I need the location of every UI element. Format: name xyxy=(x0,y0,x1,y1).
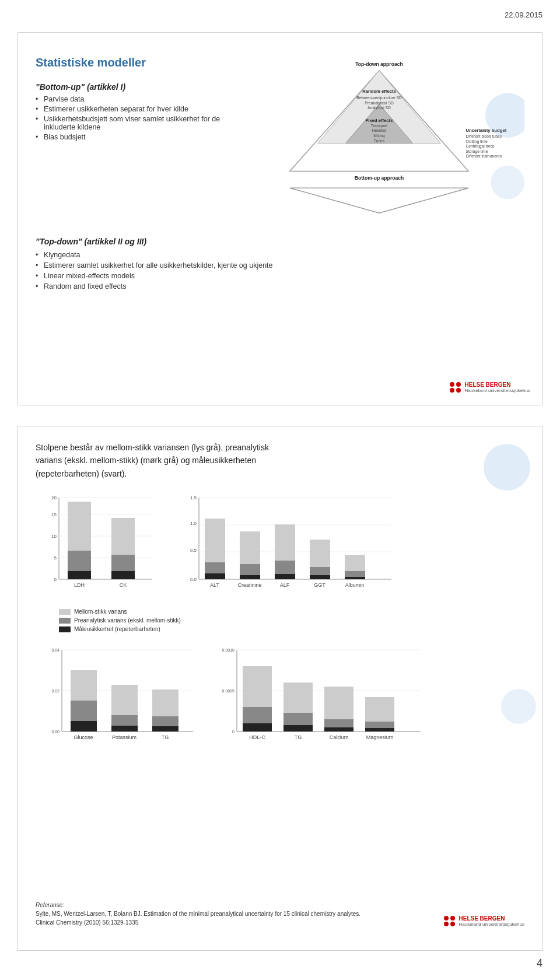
chart-legend: Mellom-stikk varians Preanalytisk varian… xyxy=(59,608,524,632)
svg-rect-64 xyxy=(275,524,295,561)
svg-text:Albumin: Albumin xyxy=(345,582,365,588)
charts-row-1: Variance 0 5 10 15 20 xyxy=(36,492,524,597)
page-number: 4 xyxy=(537,957,542,970)
svg-marker-20 xyxy=(290,188,468,213)
svg-text:Bottom-up approach: Bottom-up approach xyxy=(355,175,404,181)
svg-text:0.0: 0.0 xyxy=(190,577,197,582)
svg-rect-60 xyxy=(240,564,260,575)
svg-rect-36 xyxy=(68,571,91,579)
helse-bergen-logo-top: HELSE BERGEN Haukeland universitetssjuke… xyxy=(450,382,530,393)
svg-text:15: 15 xyxy=(51,512,57,517)
top-down-title: "Top-down" (artikkel II og III) xyxy=(36,237,524,246)
slide-title: Statistiske modeller xyxy=(36,56,222,69)
svg-rect-115 xyxy=(365,697,394,722)
svg-rect-105 xyxy=(243,707,272,723)
svg-rect-57 xyxy=(205,562,225,573)
chart-glucose-etc: Variance 0.00 0.02 0.04 xyxy=(36,644,199,749)
svg-text:Potassium: Potassium xyxy=(112,734,136,740)
svg-rect-112 xyxy=(324,687,354,719)
svg-rect-86 xyxy=(71,670,97,701)
svg-rect-92 xyxy=(152,690,178,716)
svg-text:0.04: 0.04 xyxy=(51,648,60,652)
svg-text:Transport: Transport xyxy=(371,124,388,128)
svg-text:CK: CK xyxy=(120,582,127,588)
helse-sub-bottom: Haukeland universitetssjukehus xyxy=(459,922,524,927)
svg-rect-107 xyxy=(284,725,313,732)
diagram-area: Top-down approach Random effects Between… xyxy=(234,56,524,219)
svg-text:Fixed effects: Fixed effects xyxy=(366,118,393,123)
svg-text:5: 5 xyxy=(54,555,57,561)
svg-text:TG: TG xyxy=(162,734,169,740)
bottom-slide-box: Stolpene består av mellom-stikk varianse… xyxy=(18,426,542,951)
svg-text:GGT: GGT xyxy=(314,582,326,588)
svg-rect-40 xyxy=(111,555,135,571)
svg-rect-59 xyxy=(240,575,260,579)
td-bullet-3: Linear mixed-effects models xyxy=(36,272,524,280)
td-bullet-1: Klyngedata xyxy=(36,251,524,259)
legend-light-label: Mellom-stikk varians xyxy=(74,608,127,615)
svg-rect-104 xyxy=(243,723,272,732)
svg-text:10: 10 xyxy=(51,534,57,539)
svg-text:Different instruments: Different instruments xyxy=(466,154,502,158)
helse-bergen-logo-bottom: HELSE BERGEN Haukeland universitetssjuke… xyxy=(444,915,524,927)
svg-text:TG: TG xyxy=(295,734,302,740)
svg-rect-58 xyxy=(205,519,225,562)
svg-rect-84 xyxy=(71,721,97,732)
legend-medium-label: Preanalytisk varians (ekskl. mellom-stik… xyxy=(74,617,181,624)
svg-text:1.0: 1.0 xyxy=(190,521,197,526)
svg-rect-69 xyxy=(345,571,365,577)
svg-text:0.02: 0.02 xyxy=(51,689,60,693)
chart-ldh-ck: Variance 0 5 10 15 20 xyxy=(36,492,164,597)
svg-rect-62 xyxy=(275,574,295,579)
ref-journal: Clinical Chemistry (2010) 56:1329-1335 xyxy=(36,918,360,927)
bullet-3: Usikkerhetsbudsjett som viser samlet usi… xyxy=(36,115,222,131)
helse-bergen-name: HELSE BERGEN xyxy=(464,382,530,388)
svg-text:Clotting time: Clotting time xyxy=(466,139,487,144)
svg-rect-88 xyxy=(111,715,138,726)
top-down-section: "Top-down" (artikkel II og III) Klyngeda… xyxy=(36,237,524,290)
svg-rect-38 xyxy=(68,502,91,551)
svg-rect-67 xyxy=(310,540,330,567)
charts-container: Variance 0 5 10 15 20 xyxy=(36,492,524,749)
svg-point-22 xyxy=(491,166,524,199)
ref-authors: Sylte, MS, Wentzel-Larsen, T, Bolann BJ.… xyxy=(36,909,360,918)
svg-text:0.00: 0.00 xyxy=(51,730,60,734)
svg-text:ALT: ALT xyxy=(210,582,219,588)
chart-alt-etc: Variance 0.0 0.5 1.0 1.5 xyxy=(176,492,524,597)
bullet-4: Bias budsjett xyxy=(36,133,222,141)
td-bullet-2: Estimerer samlet usikkerhet for alle usi… xyxy=(36,261,524,270)
svg-rect-87 xyxy=(111,726,138,732)
svg-rect-106 xyxy=(243,666,272,707)
svg-text:1.5: 1.5 xyxy=(190,495,197,501)
svg-text:Centrifugal force: Centrifugal force xyxy=(466,144,494,149)
svg-text:ALF: ALF xyxy=(280,582,290,588)
svg-rect-41 xyxy=(111,518,135,555)
svg-text:0.5: 0.5 xyxy=(190,548,197,553)
svg-text:0: 0 xyxy=(54,577,57,582)
svg-text:20: 20 xyxy=(51,495,57,501)
svg-text:Random effects: Random effects xyxy=(362,89,396,94)
svg-text:Different blood tubes: Different blood tubes xyxy=(466,134,502,138)
svg-text:Mixing: Mixing xyxy=(373,134,385,138)
svg-text:Tubes: Tubes xyxy=(374,139,385,143)
svg-text:Needles: Needles xyxy=(372,128,387,132)
legend-dark-label: Måleusikkerhet (repeterbarheten) xyxy=(74,626,160,632)
top-slide-box: Statistiske modeller "Bottom-up" (artikk… xyxy=(18,32,542,405)
svg-rect-70 xyxy=(345,555,365,571)
legend-medium: Preanalytisk varians (ekskl. mellom-stik… xyxy=(59,617,524,624)
svg-text:Analytical SD: Analytical SD xyxy=(368,106,391,110)
svg-rect-109 xyxy=(284,682,313,713)
svg-text:Preanalytical SD: Preanalytical SD xyxy=(365,101,394,106)
svg-rect-63 xyxy=(275,561,295,574)
svg-rect-89 xyxy=(111,685,138,715)
svg-text:Creatinine: Creatinine xyxy=(237,582,261,588)
date-label: 22.09.2015 xyxy=(505,10,542,19)
svg-text:Glucose: Glucose xyxy=(74,734,93,740)
charts-row-2: Variance 0.00 0.02 0.04 xyxy=(36,644,524,749)
svg-text:HDL-C: HDL-C xyxy=(249,734,265,740)
svg-rect-113 xyxy=(365,728,394,732)
svg-rect-85 xyxy=(71,701,97,721)
td-bullet-4: Random and fixed effects xyxy=(36,282,524,290)
svg-text:LDH: LDH xyxy=(74,582,85,588)
svg-rect-56 xyxy=(205,573,225,579)
